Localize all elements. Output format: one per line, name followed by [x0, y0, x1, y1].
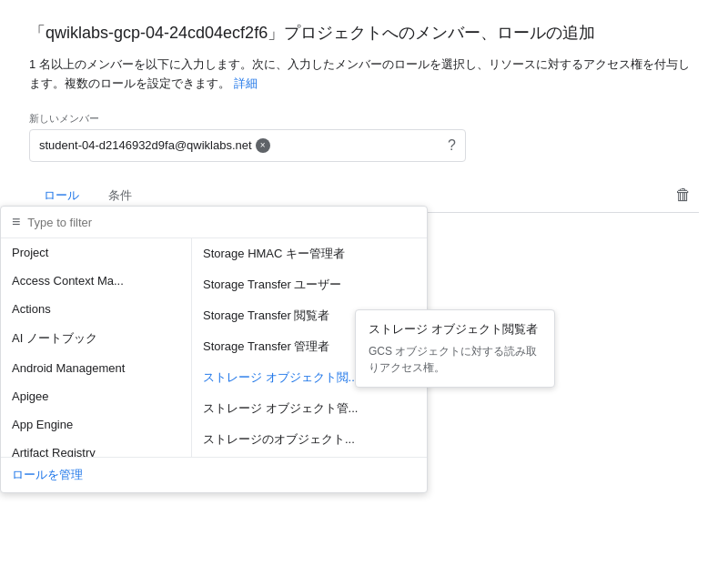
list-item[interactable]: Access Context Ma... — [1, 267, 191, 295]
manage-roles-link[interactable]: ロールを管理 — [12, 468, 83, 481]
right-list-item[interactable]: Storage HMAC キー管理者 — [192, 238, 427, 269]
right-list-item[interactable]: ストレー ジ管理者 — [192, 455, 427, 457]
member-label: 新しいメンバー — [29, 112, 699, 126]
page-description: 1 名以上のメンバーを以下に入力します。次に、入力したメンバーのロールを選択し、… — [29, 56, 699, 94]
tooltip-description: GCS オブジェクトに対する読み取りアクセス権。 — [369, 343, 541, 376]
chip-close-icon[interactable]: × — [256, 138, 270, 153]
tooltip-box: ストレージ オブジェクト閲覧者 GCS オブジェクトに対する読み取りアクセス権。 — [355, 309, 555, 388]
filter-icon: ≡ — [12, 214, 20, 230]
delete-icon[interactable]: 🗑 — [668, 178, 699, 212]
filter-input[interactable] — [27, 216, 416, 229]
list-item[interactable]: Apigee — [1, 382, 191, 410]
tooltip-title: ストレージ オブジェクト閲覧者 — [369, 321, 541, 338]
detail-link[interactable]: 詳細 — [234, 76, 258, 90]
right-list-item[interactable]: ストレージのオブジェクト... — [192, 424, 427, 455]
help-icon[interactable]: ? — [448, 137, 456, 154]
member-section: 新しいメンバー student-04-d2146932d9fa@qwiklabs… — [29, 112, 699, 162]
filter-row: ≡ — [1, 207, 427, 238]
list-item[interactable]: AI ノートブック — [1, 323, 191, 354]
manage-roles-row: ロールを管理 — [1, 457, 427, 492]
list-item[interactable]: Project — [1, 238, 191, 267]
list-item[interactable]: Android Management — [1, 354, 191, 382]
list-item[interactable]: App Engine — [1, 410, 191, 439]
left-list[interactable]: Project Access Context Ma... Actions AI … — [1, 238, 192, 457]
list-item[interactable]: Artifact Registry — [1, 439, 191, 457]
page-title: 「qwiklabs-gcp-04-24cd04ecf2f6」プロジェクトへのメン… — [29, 22, 699, 45]
member-input-box[interactable]: student-04-d2146932d9fa@qwiklabs.net × ? — [29, 129, 466, 162]
right-list-item[interactable]: ストレージ オブジェクト管... — [192, 393, 427, 424]
description-text: 1 名以上のメンバーを以下に入力します。次に、入力したメンバーのロールを選択し、… — [29, 57, 690, 90]
right-list-item[interactable]: Storage Transfer ユーザー — [192, 269, 427, 300]
list-item[interactable]: Actions — [1, 295, 191, 323]
member-chip: student-04-d2146932d9fa@qwiklabs.net × — [39, 138, 270, 153]
chip-value: student-04-d2146932d9fa@qwiklabs.net — [39, 138, 252, 152]
page-container: 「qwiklabs-gcp-04-24cd04ecf2f6」プロジェクトへのメン… — [0, 0, 728, 235]
